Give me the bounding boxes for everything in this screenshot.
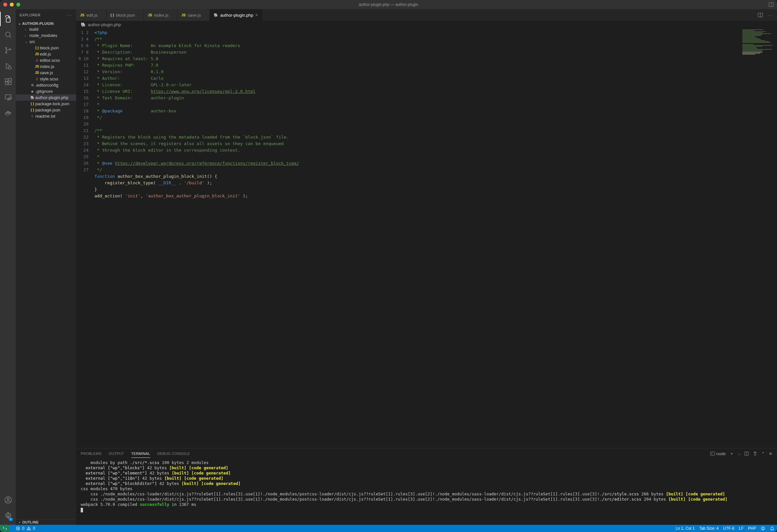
file-icon: JS — [148, 13, 152, 17]
chevron-up-icon[interactable]: ⌃ — [761, 451, 765, 456]
svg-rect-2 — [6, 18, 10, 22]
panel-tab-debug[interactable]: DEBUG CONSOLE — [157, 450, 190, 457]
file-.gitignore[interactable]: ◆.gitignore — [16, 88, 76, 94]
more-icon[interactable]: ··· — [67, 13, 72, 17]
trash-icon[interactable] — [753, 451, 757, 456]
project-section[interactable]: ⌄ AUTHOR-PLUGIN — [16, 21, 76, 26]
svg-rect-24 — [7, 111, 8, 112]
settings-gear-icon[interactable]: 1 — [0, 509, 16, 523]
svg-line-11 — [8, 69, 9, 69]
minimap[interactable] — [741, 28, 777, 448]
tab-size[interactable]: Tab Size: 4 — [699, 526, 718, 531]
file-icon: 🐘 — [29, 96, 35, 99]
svg-point-7 — [9, 49, 11, 50]
settings-badge: 1 — [8, 518, 13, 521]
terminal-output[interactable]: modules by path ./src/*.scss 100 bytes 2… — [76, 459, 777, 525]
line-numbers: 1 2 3 4 5 6 7 8 9 10 11 12 13 14 15 16 1… — [76, 28, 94, 448]
chevron-icon: › — [25, 27, 29, 31]
file-icon: { } — [110, 13, 114, 17]
notifications-icon[interactable] — [770, 526, 774, 531]
file-icon: ⚙ — [29, 83, 35, 87]
file-block.json[interactable]: { }block.json — [16, 45, 76, 51]
outline-section[interactable]: › OUTLINE — [16, 519, 76, 525]
file-.editorconfig[interactable]: ⚙.editorconfig — [16, 82, 76, 88]
more-actions-icon[interactable]: ··· — [768, 13, 773, 18]
svg-point-28 — [7, 515, 9, 517]
file-editor.scss[interactable]: 𝓢editor.scss — [16, 57, 76, 64]
terminal-kind[interactable]: node — [710, 451, 726, 456]
file-edit.js[interactable]: JSedit.js — [16, 51, 76, 57]
panel-tab-terminal[interactable]: TERMINAL — [131, 450, 150, 458]
maximize-window[interactable] — [16, 3, 20, 7]
close-window[interactable] — [3, 3, 7, 7]
panel-tab-problems[interactable]: PROBLEMS — [81, 450, 102, 457]
remote-explorer-icon[interactable] — [0, 90, 16, 105]
file-icon: ≡ — [29, 114, 35, 118]
docker-icon[interactable] — [0, 106, 16, 120]
folder-build[interactable]: ›build — [16, 26, 76, 32]
account-icon[interactable] — [0, 493, 16, 507]
svg-marker-8 — [6, 64, 10, 69]
project-name: AUTHOR-PLUGIN — [22, 21, 53, 25]
svg-line-12 — [11, 69, 11, 69]
svg-rect-13 — [5, 79, 8, 81]
svg-rect-0 — [769, 3, 773, 7]
breadcrumb[interactable]: 🐘 author-plugin.php — [76, 21, 777, 28]
titlebar: author-plugin.php — author-plugin — [0, 0, 777, 9]
minimize-window[interactable] — [10, 3, 14, 7]
panel-layout-icon[interactable] — [769, 2, 774, 7]
file-icon: JS — [181, 13, 186, 17]
file-icon: 𝓢 — [34, 77, 40, 81]
eol[interactable]: LF — [739, 526, 743, 531]
source-control-icon[interactable] — [0, 43, 16, 58]
tab-block.json[interactable]: { }block.json× — [107, 9, 144, 21]
extensions-icon[interactable] — [0, 75, 16, 89]
feedback-icon[interactable] — [761, 526, 765, 531]
file-index.js[interactable]: JSindex.js — [16, 64, 76, 70]
tab-index.js[interactable]: JSindex.js× — [144, 9, 178, 21]
file-icon: JS — [34, 52, 40, 56]
remote-indicator[interactable] — [0, 525, 10, 532]
new-terminal-icon[interactable]: ＋ — [730, 451, 734, 456]
tab-save.js[interactable]: JSsave.js× — [178, 9, 210, 21]
file-save.js[interactable]: JSsave.js — [16, 70, 76, 76]
svg-point-41 — [763, 528, 764, 528]
close-panel-icon[interactable]: ✕ — [769, 451, 772, 456]
cursor-position[interactable]: Ln 1, Col 1 — [676, 526, 695, 531]
editor[interactable]: 1 2 3 4 5 6 7 8 9 10 11 12 13 14 15 16 1… — [76, 28, 777, 448]
terminal-dropdown-icon[interactable]: ⌄ — [738, 452, 741, 455]
code-content[interactable]: <?php /** * Plugin Name: An example bloc… — [94, 28, 741, 448]
svg-point-38 — [28, 529, 29, 529]
panel-tab-output[interactable]: OUTPUT — [109, 450, 124, 457]
tab-edit.js[interactable]: JSedit.js× — [76, 9, 107, 21]
svg-point-6 — [6, 52, 7, 53]
file-icon: JS — [80, 13, 84, 17]
split-editor-icon[interactable] — [758, 12, 763, 18]
split-terminal-icon[interactable] — [744, 451, 749, 456]
svg-point-39 — [761, 527, 765, 530]
bottom-panel: PROBLEMS OUTPUT TERMINAL DEBUG CONSOLE n… — [76, 448, 777, 525]
svg-rect-31 — [711, 452, 714, 455]
search-icon[interactable] — [0, 27, 16, 42]
debug-icon[interactable] — [0, 59, 16, 73]
explorer-icon[interactable] — [0, 12, 16, 26]
file-style.scss[interactable]: 𝓢style.scss — [16, 76, 76, 82]
language-mode[interactable]: PHP — [748, 526, 756, 531]
encoding[interactable]: UTF-8 — [723, 526, 734, 531]
tab-author-plugin.php[interactable]: 🐘author-plugin.php× — [210, 9, 262, 21]
sidebar: EXPLORER ··· ⌄ AUTHOR-PLUGIN ›build›node… — [16, 9, 76, 525]
folder-node_modules[interactable]: ›node_modules — [16, 32, 76, 38]
close-tab-icon[interactable]: × — [255, 12, 258, 18]
svg-point-3 — [6, 32, 10, 36]
file-author-plugin.php[interactable]: 🐘author-plugin.php — [16, 94, 76, 101]
folder-src[interactable]: ⌄src — [16, 38, 76, 45]
file-readme.txt[interactable]: ≡readme.txt — [16, 113, 76, 119]
problems-status[interactable]: 0 0 — [16, 526, 35, 531]
file-icon: 𝓢 — [34, 59, 40, 63]
file-package-lock.json[interactable]: { }package-lock.json — [16, 101, 76, 107]
chevron-down-icon: ⌄ — [17, 21, 22, 25]
file-package.json[interactable]: { }package.json — [16, 107, 76, 113]
file-icon: JS — [34, 71, 40, 75]
explorer-label: EXPLORER — [20, 13, 40, 17]
svg-point-9 — [8, 66, 11, 69]
